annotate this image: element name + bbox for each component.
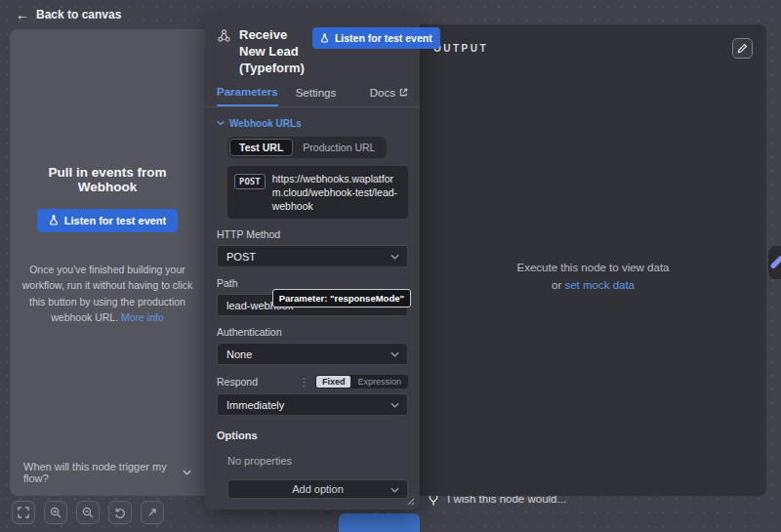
zoom-in-button[interactable] xyxy=(44,501,67,524)
resize-canvas-button[interactable] xyxy=(141,501,164,524)
tab-docs[interactable]: Docs xyxy=(370,87,408,105)
header-listen-for-test-event-button[interactable]: Listen for test event xyxy=(312,27,440,49)
webhook-urls-section-toggle[interactable]: Webhook URLs xyxy=(217,118,408,129)
assistant-button[interactable] xyxy=(768,246,781,279)
node-title: Receive New Lead (Typeform) xyxy=(239,27,305,77)
no-properties-text: No properties xyxy=(227,455,408,467)
zoom-in-icon xyxy=(50,507,62,518)
more-info-link[interactable]: More info xyxy=(121,311,164,323)
http-method-label: HTTP Method xyxy=(217,228,408,240)
parameter-tooltip: Parameter: "responseMode" xyxy=(272,289,411,307)
undo-icon xyxy=(114,507,126,518)
chevron-down-icon xyxy=(390,487,399,493)
listen-for-test-event-button[interactable]: Listen for test event xyxy=(37,209,179,232)
input-panel-description: Once you've finished building your workf… xyxy=(22,264,193,323)
set-mock-data-link[interactable]: set mock data xyxy=(564,279,635,291)
arrow-left-icon: ← xyxy=(16,8,29,21)
fit-view-icon xyxy=(18,507,29,518)
test-url-segment[interactable]: Test URL xyxy=(229,139,293,156)
respond-value: Immediately xyxy=(226,399,284,411)
respond-label: Respond xyxy=(217,376,258,388)
webhook-url-text: https://webhooks.waplatform.cloud/webhoo… xyxy=(272,172,401,214)
tab-parameters[interactable]: Parameters xyxy=(217,86,278,106)
fixed-expression-toggle: Fixed Expression xyxy=(315,375,408,389)
http-method-value: POST xyxy=(226,251,256,263)
add-option-button[interactable]: Add option xyxy=(227,479,408,499)
output-panel: OUTPUT Execute this node to view data or… xyxy=(420,24,766,496)
external-link-icon xyxy=(399,88,408,97)
webhook-urls-label: Webhook URLs xyxy=(229,118,302,129)
fit-view-button[interactable] xyxy=(12,501,35,524)
output-empty-line1: Execute this node to view data xyxy=(420,259,766,276)
tab-settings[interactable]: Settings xyxy=(296,87,337,105)
output-empty-state: Execute this node to view data or set mo… xyxy=(420,259,766,295)
back-to-canvas-button[interactable]: ← Back to canvas xyxy=(16,8,121,21)
kebab-menu-icon[interactable]: ⋮ xyxy=(293,376,315,389)
undo-button[interactable] xyxy=(108,501,132,524)
zoom-out-button[interactable] xyxy=(76,501,100,524)
chevron-down-icon xyxy=(390,402,399,408)
chevron-down-icon xyxy=(390,351,399,357)
add-option-label: Add option xyxy=(292,483,344,495)
url-environment-toggle: Test URL Production URL xyxy=(227,137,387,158)
production-url-segment[interactable]: Production URL xyxy=(293,139,385,156)
respond-select[interactable]: Immediately xyxy=(217,393,408,416)
http-method-select[interactable]: POST xyxy=(217,245,408,267)
trigger-question-label: When will this node trigger my flow? xyxy=(23,461,178,484)
fixed-mode[interactable]: Fixed xyxy=(316,376,351,388)
options-label: Options xyxy=(217,430,408,441)
chevron-down-icon xyxy=(183,470,191,475)
resize-handle-icon[interactable] xyxy=(406,497,415,506)
chevron-down-icon xyxy=(217,120,225,126)
canvas-controls xyxy=(12,501,164,524)
input-panel-title: Pull in events from Webhook xyxy=(21,165,193,194)
authentication-select[interactable]: None xyxy=(217,343,408,365)
authentication-label: Authentication xyxy=(217,326,408,338)
output-empty-or: or xyxy=(552,279,561,291)
http-method-badge: POST xyxy=(234,174,266,189)
chevron-down-icon xyxy=(390,254,399,260)
output-panel-title: OUTPUT xyxy=(433,43,488,54)
back-label: Back to canvas xyxy=(36,8,121,21)
assistant-icon xyxy=(770,255,781,269)
flask-icon xyxy=(49,215,59,225)
expression-mode[interactable]: Expression xyxy=(351,376,407,388)
docs-label: Docs xyxy=(370,87,395,99)
edit-output-button[interactable] xyxy=(732,38,753,59)
header-listen-label: Listen for test event xyxy=(335,32,432,44)
zoom-out-icon xyxy=(82,507,94,518)
webhook-url-copy[interactable]: POST https://webhooks.waplatform.cloud/w… xyxy=(227,166,408,220)
pencil-icon xyxy=(737,43,748,54)
hidden-canvas-button[interactable] xyxy=(339,513,420,532)
webhook-node-icon xyxy=(217,28,231,43)
path-label: Path xyxy=(217,277,408,289)
flask-icon xyxy=(320,33,329,43)
input-panel: Pull in events from Webhook Listen for t… xyxy=(10,29,205,496)
diagonal-arrow-icon xyxy=(146,507,158,518)
authentication-value: None xyxy=(226,348,252,360)
listen-button-label: Listen for test event xyxy=(64,215,167,226)
node-detail-panel: Receive New Lead (Typeform) Listen for t… xyxy=(205,15,420,510)
trigger-question-toggle[interactable]: When will this node trigger my flow? xyxy=(10,461,205,496)
